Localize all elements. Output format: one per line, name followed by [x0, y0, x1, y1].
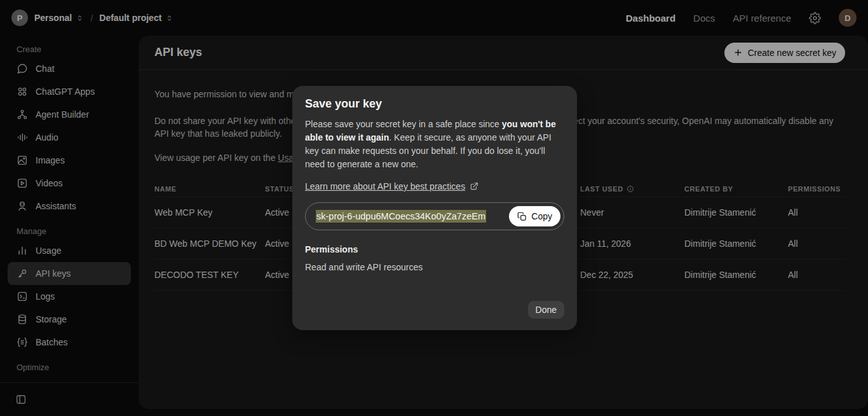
modal-actions: Done: [305, 301, 564, 319]
copy-icon: [517, 212, 527, 221]
copy-label: Copy: [531, 211, 552, 221]
done-button[interactable]: Done: [528, 301, 564, 319]
secret-key-field[interactable]: sk-proj-6-udpu6MCoecs34Ko0yZa7zeEm Copy: [305, 202, 564, 230]
external-link-icon: [470, 182, 478, 191]
secret-key-value[interactable]: sk-proj-6-udpu6MCoecs34Ko0yZa7zeEm: [316, 210, 486, 223]
best-practices-row: Learn more about API key best practices: [305, 181, 564, 191]
best-practices-link[interactable]: Learn more about API key best practices: [305, 181, 465, 191]
modal-title: Save your key: [305, 97, 564, 111]
modal-body-text: Please save your secret key in a safe pl…: [305, 118, 564, 171]
save-key-modal: Save your key Please save your secret ke…: [292, 86, 577, 330]
copy-button[interactable]: Copy: [509, 206, 560, 226]
modal-body-part1: Please save your secret key in a safe pl…: [305, 119, 502, 129]
permissions-value: Read and write API resources: [305, 262, 564, 272]
permissions-label: Permissions: [305, 244, 564, 254]
